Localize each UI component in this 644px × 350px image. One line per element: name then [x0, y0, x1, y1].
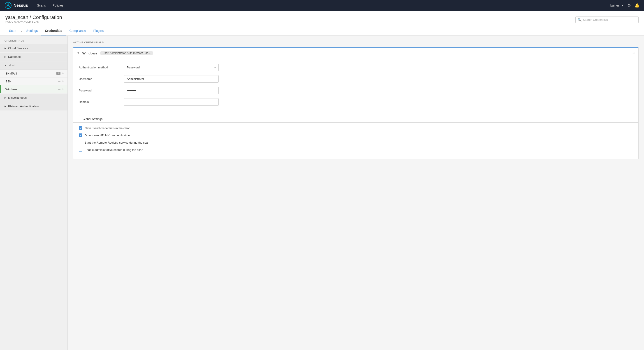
sidebar-group-host: ▼ Host SNMPv3 1 + SSH ∞ + Win — [0, 62, 68, 93]
sidebar-miscellaneous-label: Miscellaneous — [8, 96, 27, 99]
nessus-logo-icon — [4, 2, 12, 9]
auth-method-select[interactable]: Password Kerberos LM Hash NTLM Hash — [124, 64, 219, 71]
sidebar-item-windows-actions: ∞ + — [58, 87, 64, 91]
checkbox-row-admin-shares: Enable administrative shares during the … — [73, 148, 638, 152]
checkbox-no-ntlmv1[interactable] — [79, 133, 82, 137]
gear-icon[interactable]: ⚙ — [627, 3, 631, 8]
sidebar-group-header-host[interactable]: ▼ Host — [0, 62, 68, 70]
sidebar-item-ssh-actions: ∞ + — [58, 80, 64, 83]
sidebar-group-miscellaneous: ▶ Miscellaneous — [0, 94, 68, 102]
credential-card-header: ▼ Windows User: Administrator, Auth meth… — [73, 48, 638, 58]
collapse-button[interactable]: ▼ — [77, 52, 80, 55]
top-navigation: Nessus Scans Policies jbaines ▼ ⚙ 🔔 — [0, 0, 644, 11]
checkbox-remote-registry[interactable] — [79, 141, 82, 144]
password-label: Password — [79, 89, 124, 92]
windows-badge: ∞ — [58, 87, 60, 91]
sidebar-item-ssh-label: SSH — [6, 80, 12, 83]
domain-row: Domain — [79, 98, 633, 106]
sidebar-item-ssh[interactable]: SSH ∞ + — [0, 78, 68, 85]
tab-credentials[interactable]: Credentials — [41, 27, 66, 36]
checkbox-label-no-ntlmv1: Do not use NTLMv1 authentication — [84, 134, 130, 137]
credential-form: Authentication method Password Kerberos … — [73, 58, 638, 115]
checkbox-row-never-send: Never send credentials in the clear — [73, 126, 638, 130]
sidebar-group-header-database[interactable]: ▶ Database — [0, 53, 68, 61]
chevron-down-icon: ▼ — [4, 64, 7, 67]
nav-policies[interactable]: Policies — [52, 4, 64, 7]
page-title: yara_scan / Configuration — [6, 15, 62, 20]
username-dropdown[interactable]: jbaines ▼ — [610, 4, 624, 7]
credential-close-button[interactable]: × — [632, 51, 635, 55]
domain-label: Domain — [79, 100, 124, 104]
search-icon: 🔍 — [578, 18, 582, 22]
content-area: ACTIVE CREDENTIALS ▼ Windows User: Admin… — [68, 36, 644, 350]
card-tabs: Global Settings — [73, 115, 638, 123]
sidebar-host-label: Host — [8, 64, 15, 67]
credential-card-windows: ▼ Windows User: Administrator, Auth meth… — [73, 48, 638, 159]
main-layout: CREDENTIALS ▶ Cloud Services ▶ Database … — [0, 36, 644, 350]
auth-method-select-wrapper: Password Kerberos LM Hash NTLM Hash ▼ — [124, 64, 219, 71]
username-row: Username — [79, 75, 633, 83]
password-input[interactable] — [124, 87, 219, 94]
snmpv3-add-button[interactable]: + — [62, 72, 64, 75]
chevron-right-icon: ▶ — [4, 96, 6, 99]
username-label: jbaines — [610, 4, 620, 7]
password-row: Password — [79, 87, 633, 94]
nav-right: jbaines ▼ ⚙ 🔔 — [610, 3, 640, 8]
sidebar-group-header-cloud-services[interactable]: ▶ Cloud Services — [0, 44, 68, 52]
chevron-right-icon: ▶ — [4, 56, 6, 58]
domain-input[interactable] — [124, 98, 219, 106]
global-settings-section: Never send credentials in the clear Do n… — [73, 123, 638, 159]
username-input[interactable] — [124, 75, 219, 83]
page-subtitle: POLICY: ADVANCED SCAN — [6, 20, 62, 23]
logo[interactable]: Nessus — [4, 2, 28, 9]
auth-method-label: Authentication method — [79, 66, 124, 69]
auth-method-row: Authentication method Password Kerberos … — [79, 64, 633, 71]
checkbox-label-admin-shares: Enable administrative shares during the … — [84, 148, 143, 152]
credential-tag: User: Administrator, Auth method: Pas... — [100, 51, 154, 55]
svg-point-1 — [8, 4, 9, 5]
card-tab-global-settings[interactable]: Global Settings — [79, 115, 106, 122]
search-credentials-wrapper: 🔍 — [576, 16, 638, 23]
tab-settings[interactable]: Settings — [23, 27, 42, 36]
checkbox-admin-shares[interactable] — [79, 148, 82, 152]
snmpv3-badge: 1 — [56, 72, 60, 75]
checkbox-label-never-send: Never send credentials in the clear — [84, 126, 130, 130]
sidebar: CREDENTIALS ▶ Cloud Services ▶ Database … — [0, 36, 68, 350]
sidebar-item-windows-label: Windows — [6, 88, 17, 91]
sidebar-item-snmpv3-label: SNMPv3 — [6, 72, 17, 75]
tab-compliance[interactable]: Compliance — [66, 27, 90, 36]
nav-links: Scans Policies — [37, 4, 610, 7]
windows-add-button[interactable]: + — [62, 87, 64, 91]
chevron-right-icon: ▶ — [4, 105, 6, 108]
nav-scans[interactable]: Scans — [37, 4, 46, 7]
bell-icon[interactable]: 🔔 — [634, 3, 640, 8]
sidebar-group-header-miscellaneous[interactable]: ▶ Miscellaneous — [0, 94, 68, 102]
sidebar-item-windows[interactable]: Windows ∞ + — [0, 85, 68, 93]
logo-text: Nessus — [14, 3, 28, 8]
breadcrumb-separator: › — [21, 29, 22, 33]
sidebar-group-cloud-services: ▶ Cloud Services — [0, 44, 68, 52]
ssh-add-button[interactable]: + — [62, 80, 64, 83]
tab-scan[interactable]: Scan — [6, 27, 20, 36]
checkbox-row-remote-registry: Start the Remote Registry service during… — [73, 141, 638, 144]
sidebar-item-snmpv3-actions: 1 + — [56, 72, 64, 75]
tab-plugins[interactable]: Plugins — [90, 27, 107, 36]
checkbox-never-send[interactable] — [79, 126, 82, 130]
credential-title: Windows — [82, 51, 97, 55]
sidebar-group-database: ▶ Database — [0, 53, 68, 61]
sidebar-section-label: CREDENTIALS — [0, 39, 68, 44]
sidebar-group-header-plaintext[interactable]: ▶ Plaintext Authentication — [0, 102, 68, 110]
sidebar-plaintext-label: Plaintext Authentication — [8, 105, 38, 108]
username-label: Username — [79, 77, 124, 81]
sidebar-item-snmpv3[interactable]: SNMPv3 1 + — [0, 70, 68, 78]
chevron-right-icon: ▶ — [4, 47, 6, 50]
tab-bar: Scan › Settings Credentials Compliance P… — [6, 27, 638, 36]
sidebar-cloud-services-label: Cloud Services — [8, 47, 28, 50]
sidebar-database-label: Database — [8, 55, 21, 59]
checkbox-label-remote-registry: Start the Remote Registry service during… — [84, 141, 150, 144]
ssh-badge: ∞ — [58, 80, 60, 83]
search-credentials-input[interactable] — [576, 16, 638, 23]
sidebar-group-plaintext: ▶ Plaintext Authentication — [0, 102, 68, 110]
chevron-down-icon: ▼ — [622, 4, 624, 7]
active-credentials-label: ACTIVE CREDENTIALS — [73, 41, 638, 44]
